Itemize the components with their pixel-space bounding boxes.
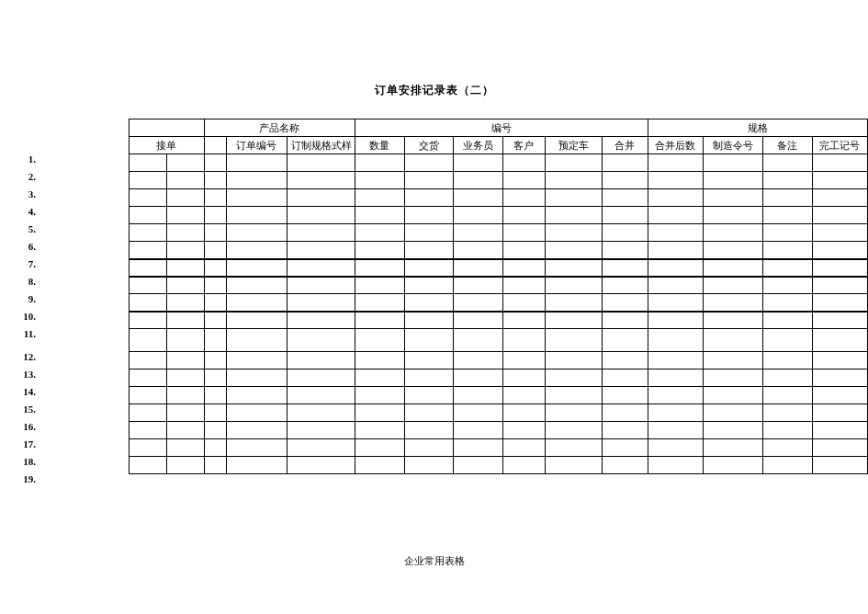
- hdr-col-6: 客户: [503, 137, 545, 154]
- table-row: [130, 329, 868, 352]
- row-num: 1.: [0, 154, 41, 171]
- table-row: [130, 457, 868, 474]
- table-row: [130, 439, 868, 457]
- table-row: [130, 277, 868, 294]
- order-table: 产品名称 编号 规格 接单 订单编号 订制规格式样 数量 交货 业务员 客户 预…: [129, 119, 868, 474]
- table-row: [130, 189, 868, 207]
- hdr-col-12: 完工记号: [812, 137, 867, 154]
- row-num: 9.: [0, 293, 41, 311]
- table-row: [130, 294, 868, 312]
- header-row-2: 接单 订单编号 订制规格式样 数量 交货 业务员 客户 预定车 合并 合并后数 …: [130, 137, 868, 154]
- page-title: 订单安排记录表（二）: [0, 83, 868, 98]
- row-num: 14.: [0, 386, 41, 404]
- hdr-col-8: 合并: [603, 137, 648, 154]
- row-num: 11.: [0, 328, 41, 351]
- row-number-column: 1. 2. 3. 4. 5. 6. 7. 8. 9. 10. 11. 12. 1…: [0, 119, 41, 491]
- row-num: 15.: [0, 404, 41, 421]
- hdr-col-9: 合并后数: [648, 137, 703, 154]
- hdr-col-5: 业务员: [454, 137, 503, 154]
- row-num: 7.: [0, 258, 41, 276]
- row-num: 10.: [0, 311, 41, 328]
- table-row: [130, 154, 868, 172]
- row-num: 17.: [0, 438, 41, 456]
- hdr-serial: 编号: [355, 119, 648, 137]
- table-wrap: 产品名称 编号 规格 接单 订单编号 订制规格式样 数量 交货 业务员 客户 预…: [129, 119, 868, 491]
- hdr-col-11: 备注: [762, 137, 812, 154]
- hdr-col-7: 预定车: [545, 137, 603, 154]
- table-container: 1. 2. 3. 4. 5. 6. 7. 8. 9. 10. 11. 12. 1…: [0, 119, 868, 491]
- hdr-product-name: 产品名称: [204, 119, 355, 137]
- table-row: [130, 259, 868, 277]
- row-num: 2.: [0, 171, 41, 188]
- row-num: 4.: [0, 206, 41, 223]
- table-row: [130, 172, 868, 189]
- row-num: 8.: [0, 276, 41, 293]
- header-row-1: 产品名称 编号 规格: [130, 119, 868, 137]
- hdr-col-0: 接单: [130, 137, 205, 154]
- document-page: 订单安排记录表（二） 1. 2. 3. 4. 5. 6. 7. 8. 9. 10…: [0, 0, 868, 614]
- row-num: 3.: [0, 188, 41, 206]
- page-footer: 企业常用表格: [0, 554, 868, 568]
- table-row: [130, 242, 868, 259]
- row-num: 18.: [0, 456, 41, 473]
- table-row: [130, 312, 868, 329]
- row-num: 12.: [0, 351, 41, 369]
- table-row: [130, 224, 868, 242]
- hdr-col-4: 交货: [404, 137, 454, 154]
- hdr-col-1: 订单编号: [226, 137, 287, 154]
- table-row: [130, 404, 868, 422]
- hdr-col-2: 订制规格式样: [287, 137, 355, 154]
- row-num: 19.: [0, 473, 41, 491]
- hdr-col-3: 数量: [355, 137, 404, 154]
- row-num: 16.: [0, 421, 41, 438]
- table-row: [130, 207, 868, 224]
- table-row: [130, 352, 868, 370]
- table-row: [130, 422, 868, 439]
- table-row: [130, 387, 868, 404]
- row-num: 13.: [0, 369, 41, 386]
- table-row: [130, 370, 868, 387]
- hdr-col-10: 制造令号: [703, 137, 762, 154]
- row-num: 6.: [0, 241, 41, 258]
- hdr-spec: 规格: [648, 119, 867, 137]
- row-num: 5.: [0, 223, 41, 241]
